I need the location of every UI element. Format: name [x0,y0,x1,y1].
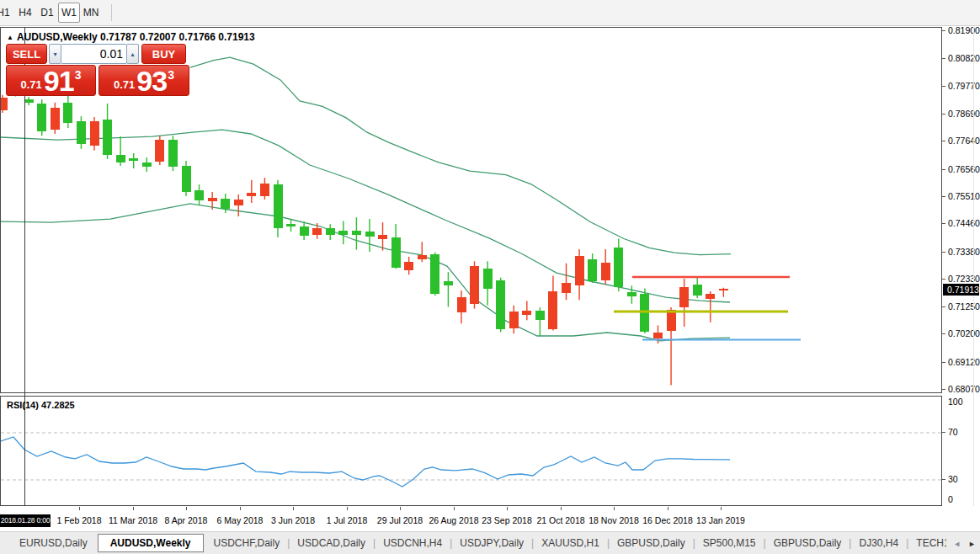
candle [194,190,204,200]
chart-tab-gbpusd-9[interactable]: GBPUSD,Daily [766,534,850,552]
candle [63,103,72,123]
chart-tab-usdcad-3[interactable]: USDCAD,Daily [290,534,373,552]
chart-tab-usdjpy-5[interactable]: USDJPY,Daily [452,534,531,552]
buy-price-prefix: 0.71 [114,78,135,91]
candle [260,184,269,196]
price-axis-label: 0.79770 [948,81,980,91]
tab-scroll-right-icon[interactable]: ► [968,540,976,548]
chart-tab-gbpusd-7[interactable]: GBPUSD,Daily [610,534,693,552]
price-axis-label: 0.69120 [948,357,980,367]
price-chart-pane[interactable]: ▲AUDUSD,Weekly 0.71787 0.72007 0.71766 0… [0,27,942,393]
candle [614,248,623,287]
buy-price-box[interactable]: 0.71 93 3 [99,65,189,96]
price-axis-label: 0.76560 [948,164,980,174]
timeframe-button-mn[interactable]: MN [80,3,102,23]
candle [548,291,557,329]
chart-tab-sp500-8[interactable]: SP500,M15 [695,534,764,552]
collapse-triangle-icon: ▲ [7,34,13,41]
candle [155,140,164,162]
candle [208,198,217,201]
candle [522,311,531,316]
volume-increase-button[interactable]: ▴ [126,44,139,64]
rsi-value: 47.2825 [41,400,75,410]
candle [627,292,636,296]
tab-scroll-arrows: ◄► [946,532,976,554]
candle [470,266,479,304]
timeframe-button-h1[interactable]: H1 [0,3,14,23]
candle [404,262,413,270]
candle [182,166,191,192]
rsi-axis: 10070300 [942,396,980,506]
timeframe-button-d1[interactable]: D1 [36,3,58,23]
chevron-down-icon: ▾ [53,51,56,58]
quote-close: 0.71913 [218,31,254,43]
chart-tab-dj30-10[interactable]: DJ30,H4 [851,534,906,552]
sell-price-box[interactable]: 0.71 91 3 [6,65,96,96]
buy-price-big: 93 [136,67,167,95]
chart-tab-usdchf-2[interactable]: USDCHF,Daily [206,534,288,552]
time-axis: 2018.01.28 0:00 1 Feb 201811 Mar 20188 A… [0,506,980,531]
price-axis-label: 0.73380 [948,247,980,257]
candle [509,312,519,328]
price-axis-label: 0.68070 [948,384,980,394]
candle [51,108,60,130]
candle [300,226,309,236]
tab-scroll-left-icon[interactable]: ◄ [953,540,961,548]
candle [286,224,296,226]
candle [418,255,427,259]
window-edge-line [973,27,974,506]
candle [719,289,728,290]
candle [274,184,283,228]
sell-price-prefix: 0.71 [21,78,42,91]
timeframe-toolbar: H1H4D1W1MN [0,0,980,26]
candle [90,121,99,146]
current-price-tag: 0.71913 [943,284,979,296]
chart-tab-eurusd-0[interactable]: EURUSD,Daily [12,534,95,552]
crosshair-vline [24,27,25,506]
candle [326,228,335,235]
timeframe-button-w1[interactable]: W1 [58,3,80,23]
candle [653,333,663,338]
toolbar-separator [111,4,112,21]
chart-tab-xauusd-6[interactable]: XAUUSD,H1 [534,534,607,552]
bollinger-upper-band [190,57,731,255]
price-axis-label: 0.81900 [948,25,980,35]
timeframe-button-h4[interactable]: H4 [14,3,36,23]
candle [365,232,375,237]
candle [338,231,348,235]
candle [24,99,34,103]
candle [562,283,571,293]
rsi-line [1,437,730,487]
candle [378,235,387,239]
candle [444,281,453,285]
price-axis-label: 0.72330 [948,274,980,284]
candle [312,228,322,235]
candle [588,259,597,281]
volume-input[interactable] [61,44,126,64]
sell-button[interactable]: SELL [6,44,47,64]
time-axis-label: 13 Jan 2019 [683,515,759,525]
buy-button[interactable]: BUY [141,44,186,64]
rsi-axis-label: 0 [948,494,953,504]
chart-tab-audusd-1[interactable]: AUDUSD,Weekly [98,534,204,552]
mt4-window: H1H4D1W1MN ▲AUDUSD,Weekly 0.71787 0.7200… [0,0,980,554]
chart-tab-usdcnh-4[interactable]: USDCNH,H4 [375,534,450,552]
candle [247,193,256,196]
price-axis-label: 0.80820 [948,53,980,63]
price-axis-label: 0.75510 [948,191,980,201]
rsi-chart-canvas[interactable] [1,397,941,505]
price-axis-label: 0.71250 [948,301,980,312]
candle [496,280,505,329]
price-axis-label: 0.77640 [948,136,980,146]
rsi-axis-label: 100 [948,397,963,407]
candle [575,256,584,285]
price-axis-label: 0.70200 [948,328,980,338]
chart-symbol-label: AUDUSD,Weekly [17,31,98,43]
rsi-indicator-pane[interactable]: RSI(14) 47.2825 [0,396,942,506]
volume-decrease-button[interactable]: ▾ [49,44,61,64]
quote-open: 0.71787 [100,31,136,43]
candle [706,294,715,299]
candle [221,199,230,209]
buy-price-sup: 3 [168,68,174,82]
sell-price-sup: 3 [75,68,82,82]
